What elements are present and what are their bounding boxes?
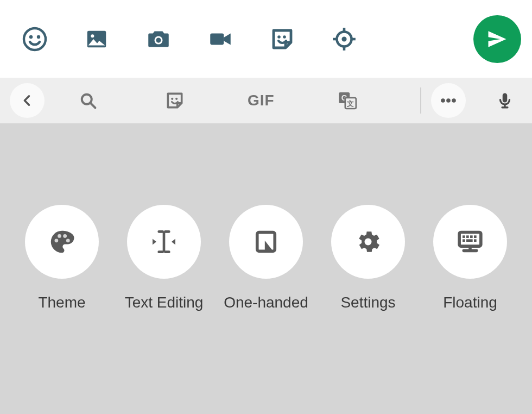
one-handed-icon	[229, 205, 303, 279]
svg-point-1	[29, 35, 33, 38]
translate-button[interactable]: G 文	[330, 83, 365, 118]
search-button[interactable]	[71, 83, 105, 118]
svg-point-19	[175, 98, 178, 100]
option-label: Theme	[38, 294, 85, 311]
text-cursor-icon	[127, 205, 201, 279]
svg-point-6	[156, 37, 161, 42]
floating-keyboard-icon	[433, 205, 507, 279]
sticker-icon	[164, 90, 185, 111]
search-icon	[78, 91, 98, 110]
option-label: Floating	[443, 294, 497, 311]
palette-icon	[25, 205, 99, 279]
svg-rect-39	[466, 235, 469, 238]
keyboard-options-panel: Theme Text Editing One-handed Settings	[0, 123, 532, 414]
option-floating[interactable]: Floating	[421, 205, 519, 311]
svg-point-18	[171, 98, 173, 100]
svg-point-33	[66, 239, 70, 242]
svg-point-32	[63, 234, 67, 238]
svg-point-24	[441, 98, 445, 103]
svg-point-0	[24, 28, 46, 50]
svg-point-36	[365, 239, 372, 246]
location-icon[interactable]	[330, 25, 358, 53]
svg-rect-40	[470, 235, 473, 238]
option-settings[interactable]: Settings	[319, 205, 417, 311]
more-button[interactable]	[431, 83, 466, 118]
send-icon	[485, 27, 509, 51]
svg-rect-27	[503, 93, 508, 103]
svg-rect-44	[466, 239, 473, 242]
svg-rect-41	[474, 235, 477, 238]
sticker-icon[interactable]	[268, 25, 296, 53]
more-horizontal-icon	[438, 90, 459, 111]
option-one-handed[interactable]: One-handed	[217, 205, 315, 311]
svg-point-26	[452, 98, 456, 103]
translate-icon: G 文	[337, 90, 358, 111]
svg-point-9	[283, 35, 286, 39]
svg-point-31	[58, 234, 61, 238]
svg-rect-43	[474, 239, 477, 242]
back-button[interactable]	[10, 83, 45, 118]
svg-rect-34	[163, 231, 166, 252]
svg-point-25	[446, 98, 451, 103]
chevron-left-icon	[20, 93, 35, 108]
attachment-bar	[0, 0, 532, 78]
svg-point-4	[91, 34, 94, 37]
option-text-editing[interactable]: Text Editing	[115, 205, 213, 311]
gif-button[interactable]: GIF	[244, 83, 278, 118]
camera-icon[interactable]	[144, 25, 173, 53]
emoji-icon[interactable]	[21, 25, 49, 53]
svg-rect-42	[463, 239, 465, 242]
svg-point-11	[341, 36, 346, 41]
option-label: Settings	[340, 294, 395, 311]
svg-line-17	[91, 103, 95, 108]
svg-point-30	[55, 239, 59, 242]
option-theme[interactable]: Theme	[13, 205, 111, 311]
video-icon[interactable]	[206, 25, 235, 53]
option-label: One-handed	[224, 294, 308, 311]
attachment-icons	[11, 25, 358, 53]
svg-point-2	[37, 35, 40, 38]
svg-text:文: 文	[346, 99, 354, 108]
svg-rect-7	[210, 33, 224, 45]
mic-icon	[496, 91, 514, 110]
option-label: Text Editing	[125, 294, 204, 311]
keyboard-suggestion-strip: GIF G 文	[0, 78, 532, 123]
gif-label: GIF	[248, 92, 275, 109]
mic-button[interactable]	[487, 83, 522, 118]
svg-rect-37	[459, 233, 481, 247]
gear-icon	[331, 205, 405, 279]
send-button[interactable]	[473, 15, 521, 63]
sticker-button[interactable]	[157, 83, 192, 118]
svg-point-8	[277, 35, 281, 39]
svg-rect-38	[463, 235, 465, 238]
gallery-icon[interactable]	[83, 25, 111, 53]
divider	[420, 87, 421, 114]
